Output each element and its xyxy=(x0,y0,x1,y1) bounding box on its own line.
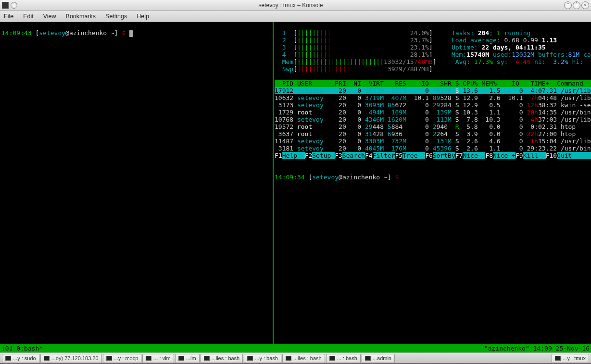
taskbar-item[interactable]: ...iles : bash xyxy=(201,354,243,363)
menu-help[interactable]: Help xyxy=(137,13,149,20)
app-icon xyxy=(2,2,9,9)
terminal-icon xyxy=(44,356,50,361)
tmux-status-right: "azinchenko" 14:09 25-Nov-16 xyxy=(484,345,590,352)
maximize-button[interactable]: ˆ xyxy=(573,1,580,9)
right-prompt: 14:09:34 [setevoy@azinchenko ~] $ xyxy=(275,174,591,181)
task-label: ... : bash xyxy=(337,355,357,361)
task-label: ... : vim xyxy=(153,355,170,361)
taskbar-item[interactable]: ...admin xyxy=(362,354,395,363)
window-titlebar: setevoy : tmux – Konsole ˅ ˆ × xyxy=(0,0,591,11)
menu-bookmarks[interactable]: Bookmarks xyxy=(66,13,96,20)
task-label: ...oy) 77.120.103.20 xyxy=(51,355,99,361)
pane-divider[interactable] xyxy=(273,22,274,344)
task-label: ...y : bash xyxy=(255,355,278,361)
terminal-icon xyxy=(106,356,112,361)
menubar: File Edit View Bookmarks Settings Help xyxy=(0,11,591,22)
tmux-pane-left[interactable]: 14:09:43 [setevoy@azinchenko ~] $ xyxy=(1,22,272,344)
task-label: ...y : mocp xyxy=(114,355,138,361)
window-title: setevoy : tmux – Konsole xyxy=(17,2,564,9)
htop-output: 1 [||||||||| 24.0%] Tasks: 204; 1 runnin… xyxy=(275,29,591,159)
menu-file[interactable]: File xyxy=(4,13,13,20)
menu-dot[interactable] xyxy=(11,2,17,9)
taskbar-item[interactable]: ...im xyxy=(175,354,200,363)
taskbar-item[interactable]: ...y : sudo xyxy=(2,354,39,363)
terminal-icon xyxy=(5,356,11,361)
terminal-icon xyxy=(247,356,253,361)
taskbar-item[interactable]: ... : vim xyxy=(142,354,174,363)
tmux-statusbar: [0] 0:bash* "azinchenko" 14:09 25-Nov-16 xyxy=(0,344,591,352)
task-label: ...y : sudo xyxy=(13,355,36,361)
terminal-icon xyxy=(329,356,335,361)
terminal-icon xyxy=(286,356,291,361)
task-label: ...iles : bash xyxy=(293,355,322,361)
menu-settings[interactable]: Settings xyxy=(105,13,127,20)
task-label: ...iles : bash xyxy=(212,355,240,361)
taskbar-item[interactable]: ... : bash xyxy=(326,354,361,363)
task-label: ...y : tmux xyxy=(563,355,586,361)
taskbar-item[interactable]: ...y : tmux xyxy=(552,354,589,363)
task-label: ...im xyxy=(186,355,196,361)
taskbar-item[interactable]: ...y : bash xyxy=(244,354,281,363)
terminal-icon xyxy=(204,356,210,361)
menu-edit[interactable]: Edit xyxy=(23,13,34,20)
close-button[interactable]: × xyxy=(581,1,589,9)
taskbar: ...y : sudo...oy) 77.120.103.20...y : mo… xyxy=(0,352,591,364)
terminal-icon xyxy=(555,356,561,361)
terminal-icon xyxy=(178,356,184,361)
taskbar-item[interactable]: ...iles : bash xyxy=(282,354,325,363)
terminal-icon xyxy=(146,356,151,361)
minimize-button[interactable]: ˅ xyxy=(564,1,572,9)
tmux-status-left: [0] 0:bash* xyxy=(1,345,43,352)
taskbar-item[interactable]: ...y : mocp xyxy=(103,354,142,363)
cursor-icon xyxy=(129,30,133,37)
left-prompt: 14:09:43 [setevoy@azinchenko ~] $ xyxy=(1,29,272,37)
task-label: ...admin xyxy=(373,355,391,361)
taskbar-item[interactable]: ...oy) 77.120.103.20 xyxy=(40,354,102,363)
terminal-area[interactable]: 14:09:43 [setevoy@azinchenko ~] $ 1 [|||… xyxy=(0,22,591,352)
menu-view[interactable]: View xyxy=(43,13,56,20)
tmux-pane-right[interactable]: 1 [||||||||| 24.0%] Tasks: 204; 1 runnin… xyxy=(275,22,591,344)
terminal-icon xyxy=(365,356,371,361)
